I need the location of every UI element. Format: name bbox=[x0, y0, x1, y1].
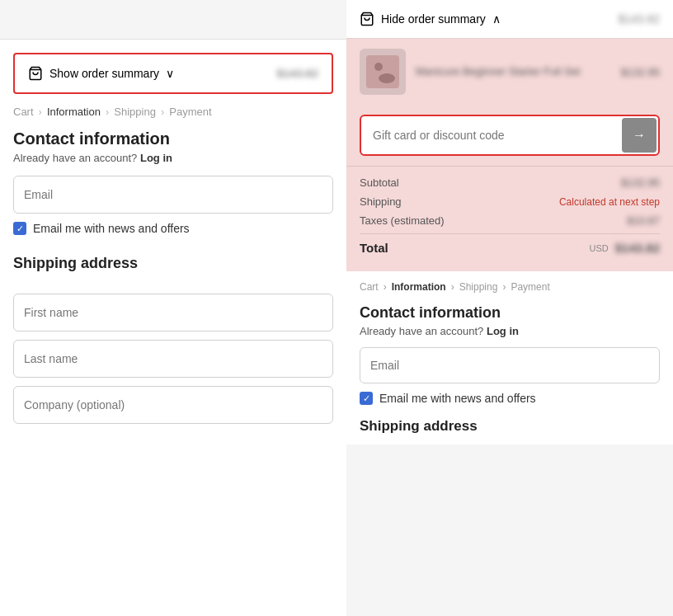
grand-price-value: $143.82 bbox=[615, 241, 660, 255]
r-breadcrumb-sep3: › bbox=[502, 281, 506, 293]
breadcrumb-information[interactable]: Information bbox=[47, 106, 101, 118]
grand-total-row: Total USD $143.82 bbox=[360, 233, 660, 255]
right-panel: Hide order summary ∧ $143.82 Manicure Be… bbox=[346, 0, 673, 616]
r-newsletter-label: Email me with news and offers bbox=[379, 392, 536, 405]
cart-icon bbox=[28, 66, 43, 81]
product-info: Manicure Beginner Starter Full Set bbox=[416, 64, 611, 79]
cart-icon-right bbox=[360, 12, 374, 26]
breadcrumb-cart[interactable]: Cart bbox=[13, 106, 34, 118]
r-breadcrumb-payment: Payment bbox=[511, 281, 549, 293]
gift-card-section: → bbox=[346, 105, 673, 167]
r-breadcrumb-sep1: › bbox=[384, 281, 387, 293]
shipping-value: Calculated at next step bbox=[559, 196, 660, 208]
subtotal-row: Subtotal $132.95 bbox=[360, 176, 660, 189]
show-order-summary-bar[interactable]: Show order summary ∨ $143.82 bbox=[13, 53, 333, 94]
shipping-row: Shipping Calculated at next step bbox=[360, 195, 660, 208]
already-account-text: Already have an account? bbox=[13, 152, 137, 164]
contact-subtitle: Already have an account? Log in bbox=[13, 152, 333, 164]
gift-card-input-row: → bbox=[360, 115, 660, 156]
hide-order-left: Hide order summary ∧ bbox=[360, 12, 501, 26]
right-bottom-section: Cart › Information › Shipping › Payment … bbox=[346, 271, 673, 444]
svg-point-4 bbox=[379, 73, 395, 83]
breadcrumb-left: Cart › Information › Shipping › Payment bbox=[0, 94, 346, 129]
gift-card-input[interactable] bbox=[361, 119, 614, 152]
show-order-price: $143.82 bbox=[276, 67, 318, 80]
order-totals: Subtotal $132.95 Shipping Calculated at … bbox=[346, 167, 673, 271]
shipping-title: Shipping address bbox=[13, 255, 333, 272]
company-input[interactable] bbox=[13, 386, 333, 424]
breadcrumb-sep3: › bbox=[161, 106, 164, 118]
left-top-bar bbox=[0, 0, 346, 40]
newsletter-label: Email me with news and offers bbox=[33, 222, 190, 235]
currency-label: USD bbox=[590, 243, 609, 253]
newsletter-checkbox-row: ✓ Email me with news and offers bbox=[13, 222, 333, 235]
left-panel: Show order summary ∨ $143.82 Cart › Info… bbox=[0, 0, 346, 616]
chevron-down-icon: ∨ bbox=[166, 67, 174, 80]
product-name: Manicure Beginner Starter Full Set bbox=[416, 64, 611, 79]
subtotal-label: Subtotal bbox=[360, 176, 399, 189]
hide-order-label: Hide order summary bbox=[381, 12, 486, 26]
show-order-label: Show order summary bbox=[49, 67, 159, 80]
total-amount: USD $143.82 bbox=[590, 241, 660, 255]
r-login-link[interactable]: Log in bbox=[487, 325, 519, 337]
breadcrumb-right: Cart › Information › Shipping › Payment bbox=[360, 281, 660, 293]
r-checkmark-icon: ✓ bbox=[363, 394, 370, 403]
taxes-value: $10.87 bbox=[627, 214, 660, 227]
taxes-label: Taxes (estimated) bbox=[360, 214, 445, 227]
left-content: Contact information Already have an acco… bbox=[0, 129, 346, 432]
show-order-left: Show order summary ∨ bbox=[28, 66, 174, 81]
taxes-row: Taxes (estimated) $10.87 bbox=[360, 214, 660, 227]
svg-rect-2 bbox=[366, 55, 399, 88]
r-breadcrumb-shipping: Shipping bbox=[459, 281, 498, 293]
first-name-input[interactable] bbox=[13, 294, 333, 332]
r-contact-subtitle: Already have an account? Log in bbox=[360, 325, 660, 337]
last-name-input[interactable] bbox=[13, 340, 333, 378]
arrow-right-icon: → bbox=[633, 128, 646, 143]
shipping-label: Shipping bbox=[360, 195, 402, 208]
r-newsletter-checkbox-row: ✓ Email me with news and offers bbox=[360, 392, 660, 405]
right-top-section: Hide order summary ∧ $143.82 Manicure Be… bbox=[346, 0, 673, 271]
login-link[interactable]: Log in bbox=[140, 152, 172, 164]
r-breadcrumb-cart[interactable]: Cart bbox=[360, 281, 379, 293]
r-shipping-title: Shipping address bbox=[360, 418, 660, 435]
total-label: Total bbox=[360, 241, 388, 255]
r-already-account-text: Already have an account? bbox=[360, 325, 483, 337]
email-input[interactable] bbox=[13, 176, 333, 214]
r-contact-title: Contact information bbox=[360, 304, 660, 322]
breadcrumb-sep1: › bbox=[39, 106, 42, 118]
breadcrumb-shipping: Shipping bbox=[114, 106, 156, 118]
product-thumbnail bbox=[360, 49, 406, 95]
r-breadcrumb-information[interactable]: Information bbox=[392, 281, 446, 293]
product-image-placeholder bbox=[366, 55, 399, 88]
subtotal-value: $132.95 bbox=[621, 176, 660, 189]
breadcrumb-payment: Payment bbox=[169, 106, 211, 118]
order-item-row: Manicure Beginner Starter Full Set $132.… bbox=[346, 39, 673, 105]
newsletter-checkbox[interactable]: ✓ bbox=[13, 222, 26, 235]
contact-title: Contact information bbox=[13, 129, 333, 148]
breadcrumb-sep2: › bbox=[106, 106, 109, 118]
chevron-up-icon: ∧ bbox=[492, 12, 501, 26]
hide-order-price: $143.82 bbox=[618, 12, 660, 26]
r-breadcrumb-sep2: › bbox=[451, 281, 454, 293]
gift-card-apply-button[interactable]: → bbox=[622, 118, 657, 153]
checkmark-icon: ✓ bbox=[16, 224, 24, 233]
r-email-input[interactable] bbox=[360, 347, 660, 383]
hide-order-bar[interactable]: Hide order summary ∧ $143.82 bbox=[346, 0, 673, 39]
product-price: $132.95 bbox=[621, 66, 660, 78]
r-newsletter-checkbox[interactable]: ✓ bbox=[360, 392, 373, 405]
svg-point-3 bbox=[374, 63, 383, 71]
